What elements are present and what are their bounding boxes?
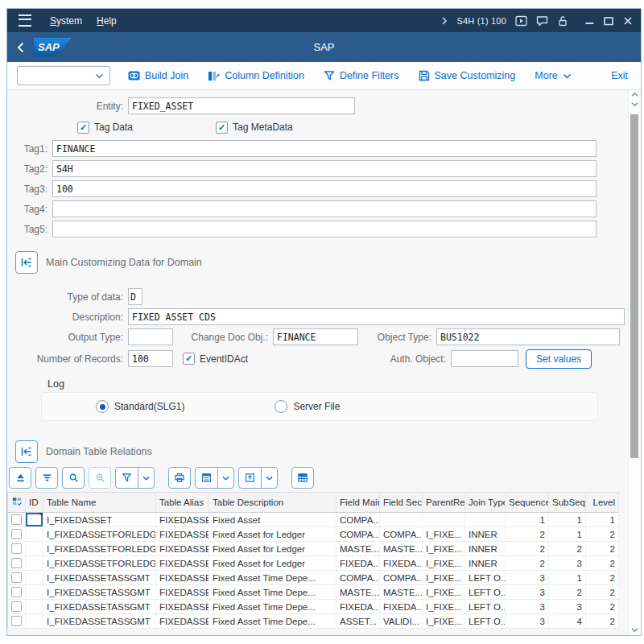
views-button[interactable] <box>196 468 217 488</box>
cell-fsec[interactable]: FIXEDA... <box>380 600 423 614</box>
cell-level[interactable]: 2 <box>586 600 619 614</box>
scroll-up-icon[interactable] <box>630 92 639 97</box>
col-header-field-main[interactable]: Field Main <box>336 493 380 513</box>
cell-subseq[interactable]: 1 <box>549 571 586 585</box>
cell-jtype[interactable]: LEFT O... <box>465 600 506 614</box>
cell-prel[interactable]: I_FIXE... <box>423 600 465 614</box>
log-standard-radio[interactable] <box>96 400 109 413</box>
cell-seq[interactable]: 3 <box>506 571 549 585</box>
col-header-subseq[interactable]: SubSeq. <box>549 493 586 513</box>
sort-descending-button[interactable] <box>35 467 58 489</box>
cell-seq[interactable]: 1 <box>506 513 549 527</box>
row-select-checkbox[interactable] <box>11 587 22 597</box>
cell-desc[interactable]: Fixed Asset for Ledger <box>209 527 336 542</box>
cell-prel[interactable]: I_FIXE... <box>423 527 465 542</box>
cell-seq[interactable]: 3 <box>506 614 549 629</box>
cell-id[interactable] <box>26 600 43 614</box>
select-all-header[interactable] <box>8 493 26 513</box>
cell-fsec[interactable]: MASTE... <box>380 585 423 600</box>
minimize-icon[interactable] <box>585 16 594 26</box>
set-filter-button[interactable] <box>116 468 138 488</box>
cell-seq[interactable]: 2 <box>506 556 549 571</box>
cell-subseq[interactable]: 3 <box>549 600 586 614</box>
cell-name[interactable]: I_FIXEDASSET <box>43 513 156 527</box>
cell-id[interactable] <box>26 513 43 527</box>
cell-level[interactable]: 2 <box>586 585 619 600</box>
cell-level[interactable]: 2 <box>586 614 619 629</box>
cell-fmain[interactable]: MASTE... <box>336 585 380 600</box>
cell-subseq[interactable]: 1 <box>549 527 586 542</box>
build-join-button[interactable]: Build Join <box>128 70 188 81</box>
cell-fsec[interactable]: VALIDI... <box>380 614 423 629</box>
tag1-field[interactable] <box>52 140 597 157</box>
cell-seq[interactable]: 2 <box>506 542 549 556</box>
cell-seq[interactable]: 3 <box>506 585 549 600</box>
cell-jtype[interactable]: LEFT O... <box>465 614 506 629</box>
row-select-checkbox[interactable] <box>11 616 22 626</box>
scroll-down-icon[interactable] <box>630 627 639 633</box>
cell-fmain[interactable]: FIXEDA... <box>336 556 380 571</box>
cell-level[interactable]: 1 <box>586 513 619 527</box>
cell-prel[interactable]: I_FIXE... <box>423 542 465 556</box>
cell-desc[interactable]: Fixed Asset Time Depe... <box>209 585 336 600</box>
menu-help[interactable]: Help <box>89 15 124 27</box>
cell-prel[interactable]: I_FIXE... <box>423 614 465 629</box>
cell-alias[interactable]: FIXEDASSETASS... <box>156 585 209 600</box>
close-icon[interactable] <box>623 16 633 26</box>
cell-jtype[interactable]: LEFT O... <box>465 571 506 585</box>
col-header-parentrel[interactable]: ParentRel <box>423 493 465 513</box>
cell-alias[interactable]: FIXEDASSETASS... <box>156 614 209 629</box>
auth-object-field[interactable] <box>451 350 518 367</box>
vertical-scrollbar[interactable] <box>628 90 641 635</box>
tag-metadata-checkbox[interactable]: ✓ <box>216 122 228 134</box>
log-server-file-radio[interactable] <box>275 400 287 413</box>
cell-name[interactable]: I_FIXEDASSETFORLEDGER <box>43 556 156 571</box>
cell-alias[interactable]: FIXEDASSETFOR... <box>156 527 209 542</box>
number-of-records-field[interactable] <box>128 350 173 367</box>
cell-fmain[interactable]: COMPA... <box>336 571 380 585</box>
back-button[interactable] <box>17 42 24 53</box>
export-split-button[interactable] <box>238 467 278 489</box>
cell-id[interactable] <box>26 527 43 542</box>
column-definition-button[interactable]: Column Definition <box>208 70 304 81</box>
export-button[interactable] <box>239 468 261 488</box>
cell-alias[interactable]: FIXEDASSETASS... <box>156 571 209 585</box>
cell-jtype[interactable]: INNER <box>465 527 506 542</box>
cell-name[interactable]: I_FIXEDASSETASSGMT <box>43 600 156 614</box>
sort-ascending-button[interactable] <box>9 467 31 489</box>
row-select-checkbox[interactable] <box>11 529 22 539</box>
cell-desc[interactable]: Fixed Asset Time Depe... <box>209 571 336 585</box>
description-field[interactable] <box>128 308 625 325</box>
views-dropdown-arrow[interactable] <box>217 468 233 488</box>
cell-alias[interactable]: FIXEDASSET <box>156 513 209 527</box>
choose-layout-button[interactable] <box>291 467 314 489</box>
tag-data-checkbox[interactable]: ✓ <box>77 122 89 134</box>
object-type-field[interactable] <box>436 328 620 345</box>
cell-alias[interactable]: FIXEDASSETFOR... <box>156 542 209 556</box>
cell-jtype[interactable]: LEFT O... <box>465 585 506 600</box>
cell-jtype[interactable]: INNER <box>465 556 506 571</box>
cell-level[interactable]: 2 <box>586 527 619 542</box>
cell-subseq[interactable]: 4 <box>549 614 586 629</box>
col-header-level[interactable]: Level <box>586 493 619 513</box>
cell-fmain[interactable]: FIXEDA... <box>336 600 380 614</box>
tag4-field[interactable] <box>52 200 597 217</box>
cell-name[interactable]: I_FIXEDASSETFORLEDGER <box>43 527 156 542</box>
layout-combobox[interactable] <box>17 66 110 85</box>
tag5-field[interactable] <box>52 221 597 237</box>
cell-jtype[interactable] <box>465 513 506 527</box>
export-dropdown-arrow[interactable] <box>261 468 277 488</box>
tag3-field[interactable] <box>52 180 597 197</box>
set-values-button[interactable]: Set values <box>526 349 592 369</box>
entity-field[interactable] <box>128 97 355 114</box>
cell-name[interactable]: I_FIXEDASSETFORLEDGER <box>43 542 156 556</box>
row-select-checkbox[interactable] <box>11 572 22 583</box>
cell-id[interactable] <box>26 585 43 600</box>
collapse-relations-icon[interactable] <box>15 440 38 463</box>
col-header-join-type[interactable]: Join Type <box>465 493 506 513</box>
cell-prel[interactable]: I_FIXE... <box>423 556 465 571</box>
cell-fsec[interactable]: FIXEDA... <box>380 556 423 571</box>
define-filters-button[interactable]: Define Filters <box>324 70 399 81</box>
cell-level[interactable]: 2 <box>586 542 619 556</box>
unlocked-padlock-icon[interactable] <box>557 15 568 27</box>
